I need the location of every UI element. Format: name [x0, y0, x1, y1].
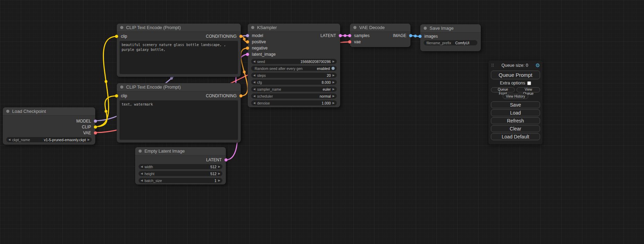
refresh-button[interactable]: Refresh [491, 117, 540, 124]
decrement-arrow-icon[interactable]: ◀ [253, 81, 255, 84]
widget-value: 1.000 [270, 101, 331, 105]
node-title-bar[interactable]: Load Checkpoint [3, 107, 95, 116]
decrement-arrow-icon[interactable]: ◀ [253, 74, 255, 77]
node-title-bar[interactable]: CLIP Text Encode (Prompt) [117, 83, 241, 91]
collapse-dot[interactable] [424, 27, 427, 30]
increment-arrow-icon[interactable]: ▶ [333, 81, 335, 84]
node-title-bar[interactable]: Save Image [420, 24, 481, 33]
link-midpoint-dot [414, 35, 417, 37]
drag-handle-icon[interactable]: ⠿ [491, 63, 494, 68]
queue-prompt-button[interactable]: Queue Prompt [491, 71, 540, 79]
input-port-clip[interactable] [115, 94, 118, 98]
node-empty-latent-image[interactable]: Empty Latent Image LATENT ◀ width 512 ▶ … [135, 147, 226, 184]
node-load-checkpoint[interactable]: Load Checkpoint MODEL CLIP VAE ◀ ckpt_na… [3, 107, 95, 145]
view-history-button[interactable]: View History [503, 94, 528, 99]
input-label-positive: positive [252, 39, 266, 44]
load-button[interactable]: Load [491, 109, 540, 116]
prompt-textarea[interactable]: beautiful scenery nature glass bottle la… [120, 41, 238, 74]
output-port-image[interactable] [409, 34, 412, 37]
output-port-conditioning[interactable] [239, 94, 242, 98]
widget-sampler-name[interactable]: ◀ sampler_name euler ▶ [251, 87, 337, 92]
decrement-arrow-icon[interactable]: ◀ [141, 179, 143, 182]
collapse-dot[interactable] [6, 110, 9, 113]
output-row-vae: VAE [3, 130, 95, 136]
widget-filename-prefix[interactable]: filename_prefix ComfyUI [424, 40, 477, 45]
widget-width[interactable]: ◀ width 512 ▶ [139, 164, 222, 169]
increment-arrow-icon[interactable]: ▶ [218, 165, 220, 168]
widget-cfg[interactable]: ◀ cfg 8.000 ▶ [251, 80, 337, 85]
node-title-text: VAE Decode [359, 25, 385, 30]
next-value-arrow-icon[interactable]: ▶ [333, 95, 335, 98]
input-port-vae[interactable] [348, 40, 351, 44]
output-port-latent[interactable] [224, 159, 228, 162]
widget-value: 8.000 [262, 80, 331, 84]
queue-size-label: Queue size: 0 [494, 63, 536, 68]
node-title-bar[interactable]: Empty Latent Image [135, 147, 226, 155]
node-ksampler[interactable]: KSampler model LATENT positive negative … [248, 24, 340, 107]
decrement-arrow-icon[interactable]: ◀ [253, 60, 255, 63]
next-value-arrow-icon[interactable]: ▶ [333, 88, 335, 91]
link-midpoint-dot [170, 77, 173, 80]
node-title-bar[interactable]: CLIP Text Encode (Prompt) [117, 24, 241, 32]
widget-random-seed-toggle[interactable]: Random seed after every gen enabled [251, 66, 337, 71]
input-port-samples[interactable] [348, 34, 351, 37]
widget-label: batch_size [144, 179, 162, 183]
node-title-bar[interactable]: KSampler [248, 24, 340, 32]
settings-gear-icon[interactable]: ⚙ [536, 62, 540, 69]
input-port-images[interactable] [418, 35, 422, 38]
widget-ckpt-name[interactable]: ◀ ckpt_name v1-5-pruned-emaonly.ckpt ▶ [6, 137, 92, 142]
slot-row: clip CONDITIONING [117, 33, 241, 39]
input-port-negative[interactable] [246, 47, 249, 50]
output-port-clip[interactable] [94, 125, 97, 128]
widget-steps[interactable]: ◀ steps 20 ▶ [251, 73, 337, 78]
node-clip-text-encode-negative[interactable]: CLIP Text Encode (Prompt) clip CONDITION… [117, 83, 241, 143]
link-midpoint-dot [243, 38, 246, 40]
widget-height[interactable]: ◀ height 512 ▶ [139, 171, 222, 176]
input-port-latent-image[interactable] [246, 53, 249, 56]
collapse-dot[interactable] [139, 150, 142, 153]
link-midpoint-dot [243, 71, 246, 73]
prev-value-arrow-icon[interactable]: ◀ [253, 88, 255, 91]
decrement-arrow-icon[interactable]: ◀ [253, 102, 255, 105]
prompt-textarea[interactable]: text, watermark [120, 100, 238, 140]
node-save-image[interactable]: Save Image images filename_prefix ComfyU… [420, 24, 481, 51]
increment-arrow-icon[interactable]: ▶ [333, 60, 335, 63]
extra-options-checkbox[interactable] [527, 81, 531, 85]
decrement-arrow-icon[interactable]: ◀ [141, 165, 143, 168]
input-label-clip: clip [121, 34, 127, 39]
clear-button[interactable]: Clear [491, 125, 540, 132]
increment-arrow-icon[interactable]: ▶ [218, 172, 220, 175]
increment-arrow-icon[interactable]: ▶ [333, 74, 335, 77]
output-port-model[interactable] [94, 119, 97, 123]
prev-value-arrow-icon[interactable]: ◀ [8, 138, 10, 141]
collapse-dot[interactable] [120, 85, 123, 89]
next-value-arrow-icon[interactable]: ▶ [88, 138, 90, 141]
toggle-indicator-icon[interactable] [332, 67, 335, 70]
prev-value-arrow-icon[interactable]: ◀ [253, 95, 255, 98]
collapse-dot[interactable] [120, 26, 123, 29]
input-port-positive[interactable] [246, 40, 249, 44]
decrement-arrow-icon[interactable]: ◀ [141, 172, 143, 175]
input-port-clip[interactable] [115, 35, 118, 38]
increment-arrow-icon[interactable]: ▶ [218, 179, 220, 182]
node-title-bar[interactable]: VAE Decode [350, 24, 411, 32]
input-port-model[interactable] [246, 34, 249, 37]
output-port-conditioning[interactable] [239, 35, 242, 38]
load-default-button[interactable]: Load Default [491, 133, 540, 140]
output-port-latent[interactable] [339, 34, 342, 37]
output-port-vae[interactable] [94, 131, 97, 134]
collapse-dot[interactable] [251, 26, 254, 29]
save-button[interactable]: Save [491, 101, 540, 108]
slot-row: vae [350, 39, 411, 45]
input-label-clip: clip [121, 93, 127, 98]
node-clip-text-encode-positive[interactable]: CLIP Text Encode (Prompt) clip CONDITION… [117, 24, 241, 77]
collapse-dot[interactable] [353, 26, 356, 29]
increment-arrow-icon[interactable]: ▶ [333, 102, 335, 105]
queue-front-button[interactable]: Queue Front [491, 87, 515, 92]
widget-scheduler[interactable]: ◀ scheduler normal ▶ [251, 93, 337, 99]
widget-denoise[interactable]: ◀ denoise 1.000 ▶ [251, 100, 337, 106]
widget-batch-size[interactable]: ◀ batch_size 1 ▶ [139, 178, 222, 183]
widget-seed[interactable]: ◀ seed 156680208700286 ▶ [251, 59, 337, 64]
view-queue-button[interactable]: View Queue [517, 87, 540, 92]
node-vae-decode[interactable]: VAE Decode samples IMAGE vae [350, 24, 411, 47]
